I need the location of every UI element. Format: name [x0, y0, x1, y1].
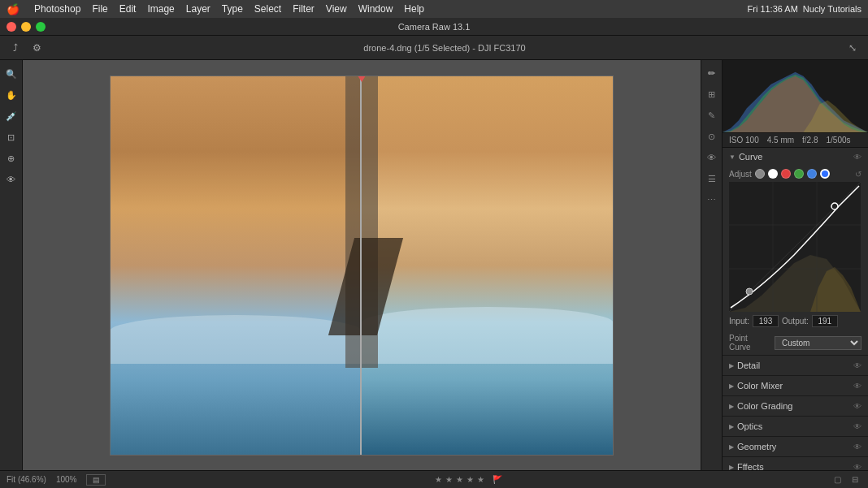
expand-icon[interactable]: ⤡ [845, 41, 860, 55]
menu-file[interactable]: File [92, 3, 107, 15]
point-curve-label: Point Curve [729, 334, 771, 352]
curve-white-dot[interactable] [768, 169, 778, 179]
curve-adjust-row: Adjust ↺ [723, 166, 868, 182]
star-4[interactable]: ★ [467, 475, 474, 484]
close-button[interactable] [7, 22, 16, 32]
tool-crop[interactable]: ⊡ [2, 128, 20, 146]
strip-preset-icon[interactable]: ☰ [704, 171, 720, 187]
strip-more-icon[interactable]: ⋯ [704, 192, 720, 208]
left-sidebar: 🔍 ✋ 💉 ⊡ ⊕ 👁 [0, 60, 23, 470]
curve-blue-selected-dot[interactable] [820, 169, 830, 179]
curve-header[interactable]: ▼ Curve 👁 [723, 148, 868, 166]
input-value[interactable] [753, 315, 779, 327]
color-mixer-eye[interactable]: 👁 [853, 382, 861, 391]
menu-layer[interactable]: Layer [186, 3, 210, 15]
geometry-label: Geometry [737, 442, 853, 451]
camera-info: ISO 100 4.5 mm f/2.8 1/500s [723, 133, 868, 148]
strip-edit-icon[interactable]: ✏ [704, 65, 720, 81]
star-1[interactable]: ★ [435, 475, 442, 484]
star-5[interactable]: ★ [477, 475, 484, 484]
curve-canvas [729, 182, 861, 312]
menu-photoshop[interactable]: Photoshop [34, 3, 80, 15]
effects-eye[interactable]: 👁 [853, 463, 861, 471]
curve-reset-icon[interactable]: ↺ [855, 170, 861, 179]
curve-type-select[interactable]: Custom Linear Medium Contrast [775, 336, 861, 350]
tool-redeye[interactable]: 👁 [2, 171, 20, 188]
flag-icon[interactable]: 🚩 [493, 475, 502, 484]
canvas-image [110, 76, 614, 456]
output-label: Output: [782, 317, 809, 326]
tool-eyedropper[interactable]: 💉 [2, 107, 20, 125]
maximize-button[interactable] [36, 22, 46, 32]
tool-heal[interactable]: ⊕ [2, 149, 20, 167]
split-view-icon[interactable]: ⊟ [848, 473, 861, 486]
color-grading-eye[interactable]: 👁 [853, 402, 861, 411]
curve-blue-dot[interactable] [807, 169, 817, 179]
menu-bar: 🍎 Photoshop File Edit Image Layer Type S… [0, 0, 868, 18]
menu-edit[interactable]: Edit [119, 3, 137, 15]
zoom-control[interactable]: ▤ [86, 474, 106, 486]
status-center: ★ ★ ★ ★ ★ 🚩 [115, 475, 821, 484]
menu-image[interactable]: Image [147, 3, 174, 15]
panel-icon-strip: ✏ ⊞ ✎ ⊙ 👁 ☰ ⋯ [701, 60, 722, 470]
canvas-area [23, 60, 701, 470]
detail-eye[interactable]: 👁 [853, 361, 861, 370]
detail-chevron: ▶ [729, 362, 734, 369]
panel-detail[interactable]: ▶ Detail 👁 [723, 356, 868, 376]
panel-geometry[interactable]: ▶ Geometry 👁 [723, 437, 868, 457]
menu-type[interactable]: Type [222, 3, 243, 15]
toolbar: ⤴ ⚙ drone-4.dng (1/5 Selected) - DJI FC3… [0, 36, 868, 60]
panel-color-mixer[interactable]: ▶ Color Mixer 👁 [723, 376, 868, 396]
minimize-button[interactable] [21, 22, 31, 32]
iso-value: ISO 100 [729, 136, 759, 145]
panels-section: ▼ Curve 👁 Adjust ↺ [723, 148, 868, 470]
curve-red-dot[interactable] [781, 169, 791, 179]
menu-help[interactable]: Help [404, 3, 424, 15]
settings-icon[interactable]: ⚙ [29, 41, 44, 55]
tool-zoom[interactable]: 🔍 [2, 65, 20, 83]
title-bar: Camera Raw 13.1 [0, 18, 868, 36]
single-view-icon[interactable]: ▢ [831, 473, 844, 486]
menu-select[interactable]: Select [254, 3, 281, 15]
effects-label: Fffects [737, 462, 853, 470]
curve-panel: ▼ Curve 👁 Adjust ↺ [723, 148, 868, 356]
curve-gray-tool[interactable] [755, 169, 765, 179]
shutter-value: 1/500s [827, 136, 851, 145]
strip-crop-icon[interactable]: ⊞ [704, 86, 720, 102]
histogram [723, 60, 868, 133]
menu-filter[interactable]: Filter [293, 3, 315, 15]
star-3[interactable]: ★ [456, 475, 463, 484]
main-layout: 🔍 ✋ 💉 ⊡ ⊕ 👁 [0, 60, 868, 470]
geometry-eye[interactable]: 👁 [853, 443, 861, 451]
panel-effects[interactable]: ▶ Fffects 👁 [723, 457, 868, 470]
detail-label: Detail [737, 361, 853, 370]
menu-bar-right: Fri 11:36 AM Nucly Tutorials [748, 4, 862, 14]
menu-tutorial: Nucly Tutorials [803, 4, 861, 14]
curve-eye-icon[interactable]: 👁 [853, 153, 861, 162]
output-value[interactable] [812, 315, 838, 327]
panel-color-grading[interactable]: ▶ Color Grading 👁 [723, 396, 868, 417]
effects-chevron: ▶ [729, 464, 734, 471]
strip-healing-icon[interactable]: ✎ [704, 107, 720, 123]
optics-eye[interactable]: 👁 [853, 422, 861, 431]
app-title: Camera Raw 13.1 [398, 22, 471, 32]
upload-icon[interactable]: ⤴ [8, 41, 23, 55]
strip-mask-icon[interactable]: ⊙ [704, 128, 720, 145]
optics-label: Optics [737, 421, 853, 431]
tool-hand[interactable]: ✋ [2, 86, 20, 104]
optics-chevron: ▶ [729, 423, 734, 430]
svg-point-8 [746, 288, 753, 295]
strip-redeye-icon[interactable]: 👁 [704, 149, 720, 166]
geometry-chevron: ▶ [729, 443, 734, 451]
menu-view[interactable]: View [326, 3, 347, 15]
fit-label: Fit (46.6%) [7, 475, 46, 484]
adjust-label: Adjust [729, 170, 752, 179]
menu-time: Fri 11:36 AM [748, 4, 798, 14]
star-2[interactable]: ★ [445, 475, 453, 484]
curve-green-dot[interactable] [794, 169, 804, 179]
curve-title: Curve [739, 152, 853, 162]
curve-inputs: Input: Output: [723, 312, 868, 330]
status-bar: Fit (46.6%) 100% ▤ ★ ★ ★ ★ ★ 🚩 ▢ ⊟ [0, 470, 868, 488]
panel-optics[interactable]: ▶ Optics 👁 [723, 417, 868, 437]
menu-window[interactable]: Window [358, 3, 393, 15]
